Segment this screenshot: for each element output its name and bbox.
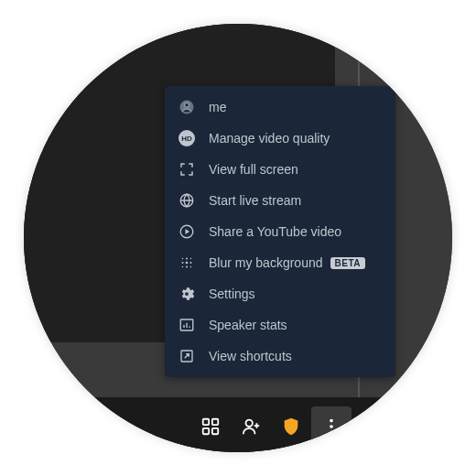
svg-rect-18: [203, 428, 209, 434]
invite-button[interactable]: [231, 406, 271, 447]
menu-item-settings[interactable]: Settings: [165, 278, 395, 309]
svg-point-9: [190, 262, 192, 264]
menu-item-live-stream[interactable]: Start live stream: [165, 185, 395, 216]
svg-point-4: [182, 258, 184, 260]
user-icon: [178, 98, 196, 116]
more-button[interactable]: [311, 406, 352, 447]
viewport-circle: me HD Manage video quality View full scr…: [24, 24, 452, 452]
menu-label: Manage video quality: [209, 131, 330, 146]
svg-point-13: [185, 292, 189, 296]
security-button[interactable]: [271, 406, 311, 447]
tile-view-button[interactable]: [190, 406, 231, 447]
external-link-icon: [178, 347, 196, 365]
menu-item-share-youtube[interactable]: Share a YouTube video: [165, 216, 395, 247]
svg-point-20: [246, 420, 253, 427]
svg-point-21: [330, 419, 333, 423]
svg-point-23: [330, 431, 333, 435]
menu-item-video-quality[interactable]: HD Manage video quality: [165, 123, 395, 154]
svg-point-1: [185, 103, 189, 107]
globe-icon: [178, 191, 196, 210]
svg-rect-17: [212, 419, 218, 425]
menu-item-fullscreen[interactable]: View full screen: [165, 154, 395, 185]
menu-label: Share a YouTube video: [209, 224, 341, 239]
svg-point-5: [186, 258, 188, 260]
play-icon: [178, 222, 196, 241]
beta-badge: BETA: [330, 257, 365, 269]
menu-label: me: [209, 100, 226, 114]
svg-point-22: [330, 425, 333, 428]
blur-icon: [178, 254, 196, 272]
menu-item-profile[interactable]: me: [165, 92, 395, 123]
svg-point-8: [186, 262, 189, 265]
menu-label: View full screen: [209, 162, 298, 177]
menu-label: Blur my background: [209, 255, 323, 270]
menu-label: Start live stream: [209, 193, 301, 208]
svg-point-7: [182, 262, 184, 264]
menu-item-shortcuts[interactable]: View shortcuts: [165, 341, 395, 372]
svg-point-12: [190, 266, 192, 268]
hd-icon: HD: [178, 129, 196, 147]
menu-label: Settings: [209, 287, 255, 301]
menu-label: View shortcuts: [209, 349, 292, 363]
bottom-toolbar: [24, 397, 452, 452]
svg-point-6: [190, 258, 192, 260]
menu-item-speaker-stats[interactable]: Speaker stats: [165, 309, 395, 341]
menu-label: Speaker stats: [209, 318, 287, 332]
gear-icon: [178, 285, 196, 303]
svg-point-11: [186, 266, 188, 268]
svg-point-10: [182, 266, 184, 268]
more-actions-menu: me HD Manage video quality View full scr…: [165, 86, 395, 377]
menu-item-blur-background[interactable]: Blur my background BETA: [165, 247, 395, 278]
app-window: me HD Manage video quality View full scr…: [24, 24, 452, 452]
svg-rect-16: [203, 419, 209, 425]
svg-rect-19: [212, 428, 218, 434]
fullscreen-icon: [178, 160, 196, 178]
stats-icon: [178, 316, 196, 334]
